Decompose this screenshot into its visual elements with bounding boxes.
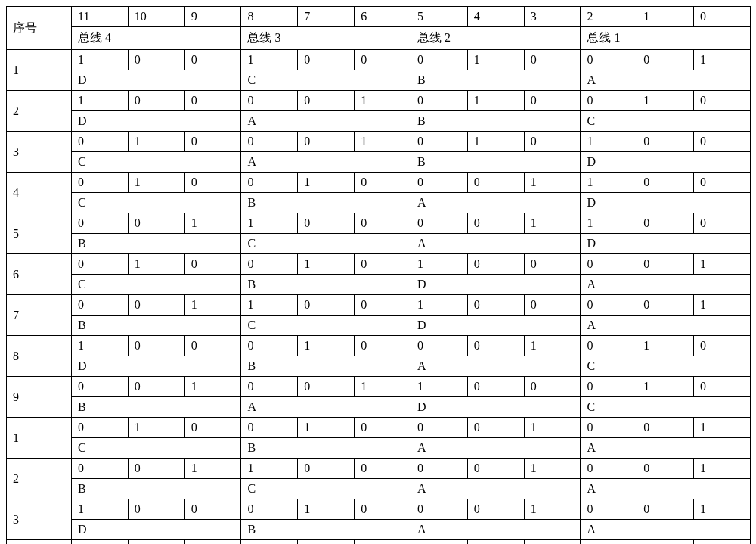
bit-cell: 1 [581,132,637,152]
bit-cell: 0 [581,254,637,275]
bit-cell: 0 [128,91,184,111]
bit-cell: 0 [411,91,467,111]
letter-cell: B [241,275,411,295]
letter-cell: B [72,234,241,254]
bit-cell: 0 [184,50,241,70]
bit-cell: 0 [524,295,581,316]
bit-cell: 1 [524,173,581,193]
letter-cell: C [72,438,241,459]
bit-cell: 1 [298,173,355,193]
seq-cell: 2 [7,91,72,132]
bit-cell: 0 [524,50,581,70]
bit-cell: 1 [694,540,751,545]
bit-cell: 0 [72,132,129,152]
bit-cell: 0 [694,336,751,356]
bit-cell: 0 [467,499,524,520]
bit-cell: 0 [411,418,467,438]
bit-cell: 0 [298,213,355,234]
table-row: BCAD [7,234,751,254]
table-row: 7001100100001 [7,295,751,316]
bit-cell: 0 [298,295,355,316]
bit-cell: 1 [355,91,411,111]
bit-cell: 0 [298,540,355,545]
bit-cell: 1 [694,50,751,70]
bit-cell: 0 [411,173,467,193]
bit-cell: 0 [524,132,581,152]
bit-cell: 1 [298,254,355,275]
bit-cell: 0 [184,173,241,193]
bit-cell: 0 [411,213,467,234]
bit-cell: 1 [241,540,298,545]
letter-cell: A [581,438,750,459]
table-row: 3100010001001 [7,499,751,520]
bit-cell: 1 [72,540,129,545]
bit-cell: 0 [184,254,241,275]
header-row-bus: 总线 4总线 3总线 2总线 1 [7,27,751,50]
bit-cell: 1 [72,499,129,520]
letter-cell: A [411,479,580,499]
letter-cell: D [581,234,750,254]
table-row: BCAA [7,479,751,499]
seq-cell: 1 [7,418,72,459]
bit-header-5: 5 [411,7,467,27]
bus-header-3: 总线 3 [241,27,411,50]
bit-cell: 1 [128,132,184,152]
bit-cell: 1 [241,50,298,70]
letter-cell: A [411,520,580,540]
bit-cell: 0 [637,540,694,545]
bit-cell: 0 [128,459,184,479]
bit-cell: 0 [72,295,129,316]
bit-cell: 0 [411,132,467,152]
bit-header-7: 7 [298,7,355,27]
bit-cell: 0 [128,336,184,356]
bit-cell: 0 [355,213,411,234]
letter-cell: B [411,70,580,91]
letter-cell: B [241,356,411,377]
letter-cell: A [241,397,411,418]
bit-cell: 1 [694,459,751,479]
seq-cell: 6 [7,254,72,295]
bit-cell: 1 [411,295,467,316]
bit-cell: 1 [128,418,184,438]
letter-cell: A [241,111,411,132]
bit-cell: 0 [355,254,411,275]
bit-cell: 0 [241,499,298,520]
bit-cell: 1 [581,173,637,193]
bit-cell: 1 [298,418,355,438]
table-row: 6010010100001 [7,254,751,275]
header-row-bits: 序号11109876543210 [7,7,751,27]
table-row: DCBA [7,70,751,91]
letter-cell: A [581,316,750,336]
bus-header-4: 总线 4 [72,27,241,50]
table-row: CBAD [7,193,751,213]
seq-cell: 1 [7,50,72,91]
bit-cell: 1 [298,499,355,520]
letter-cell: A [411,234,580,254]
bit-cell: 1 [411,377,467,397]
bit-cell: 0 [184,91,241,111]
seq-cell: 4 [7,540,72,545]
bit-cell: 0 [637,132,694,152]
bit-cell: 0 [637,213,694,234]
bit-cell: 0 [524,377,581,397]
bit-cell: 1 [637,336,694,356]
letter-cell: D [581,193,750,213]
letter-cell: D [581,152,750,173]
bit-cell: 1 [694,254,751,275]
bit-cell: 0 [694,132,751,152]
bit-cell: 1 [184,295,241,316]
bit-cell: 0 [411,499,467,520]
bit-cell: 0 [298,91,355,111]
bit-cell: 0 [467,418,524,438]
bit-cell: 1 [241,213,298,234]
letter-cell: A [581,70,750,91]
bit-cell: 0 [581,499,637,520]
letter-cell: C [241,234,411,254]
bit-cell: 0 [581,377,637,397]
letter-cell: B [241,520,411,540]
table-row: 4100100001001 [7,540,751,545]
bit-cell: 1 [128,254,184,275]
bit-cell: 0 [637,459,694,479]
letter-cell: C [241,479,411,499]
bit-header-2: 2 [581,7,637,27]
